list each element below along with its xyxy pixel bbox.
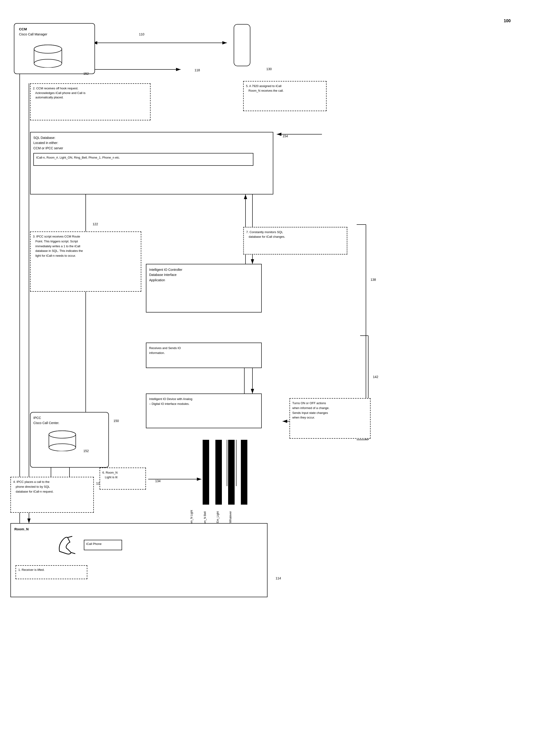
- svg-rect-37: [234, 24, 250, 66]
- ref-134: 134: [155, 479, 160, 483]
- ref-130: 130: [266, 67, 272, 71]
- note7-box: 7. Constantly monitors SQL database for …: [243, 227, 347, 255]
- io-controller-box: Intelligent IO Controller Database Inter…: [146, 264, 262, 313]
- io-info-box: Receives and Sends IO information.: [146, 343, 262, 368]
- turns-on-text: Turns ON or OFF actions when informed of…: [292, 401, 368, 420]
- ipcc-box: IPCC Cisco Call Center.: [30, 412, 109, 468]
- note5-text: 5. A 7920 assigned to iCall Room_N recei…: [246, 84, 324, 93]
- ipcc-text: IPCC Cisco Call Center.: [33, 415, 106, 426]
- note2-text: 2. CCM receives off hook request. Acknow…: [33, 86, 148, 100]
- io-info-text: Receives and Sends IO information.: [149, 346, 259, 355]
- phone-handset: [227, 23, 257, 69]
- ref-110: 110: [139, 32, 144, 36]
- vert-bar-3: [228, 440, 235, 505]
- svg-line-44: [68, 536, 72, 537]
- ref-154: 154: [283, 134, 288, 138]
- ref-138: 138: [371, 278, 376, 281]
- room-n-label: Room_N: [14, 527, 264, 531]
- vert-bar-2: [215, 440, 222, 505]
- ref-118: 118: [195, 68, 200, 72]
- note2-box: 2. CCM receives off hook request. Acknow…: [30, 83, 150, 120]
- note4-box: 4. IPCC places a call to the phone direc…: [10, 477, 94, 513]
- note6-text: 6. Room_N Light is lit: [102, 470, 143, 479]
- note6-box: 6. Room_N Light is lit: [99, 468, 146, 490]
- turns-on-box: Turns ON or OFF actions when informed of…: [290, 398, 371, 439]
- ref-152b: 152: [83, 449, 89, 453]
- ccm-title-line1: CCM: [19, 27, 27, 31]
- note7-text: 7. Constantly monitors SQL database for …: [246, 230, 344, 239]
- svg-line-45: [71, 553, 75, 554]
- note3-text: 3. IPCC script receives CCM Route Point.…: [33, 234, 139, 258]
- ref-122: 122: [93, 222, 98, 226]
- receiver-box: 1. Receiver is lifted.: [16, 565, 87, 579]
- vert-bar-1: [203, 440, 209, 505]
- sql-inner-text: ICall-n, Room_#, Light_ON, Ring_Bell, Ph…: [36, 156, 120, 159]
- sql-inner-box: ICall-n, Room_#, Light_ON, Ring_Bell, Ph…: [33, 153, 253, 166]
- icall-phone-label: iCall Phone: [84, 540, 122, 550]
- io-device-box: Intelligent IO Device with Analog – Digi…: [146, 393, 262, 428]
- note3-box: 3. IPCC script receives CCM Route Point.…: [30, 231, 141, 292]
- svg-point-36: [34, 45, 62, 53]
- ccm-title-line2: Cisco Call Manager: [19, 32, 47, 36]
- note4-text: 4. IPCC places a call to the phone direc…: [13, 480, 91, 494]
- ref-142: 142: [373, 375, 378, 379]
- ref-114: 114: [275, 576, 281, 580]
- vert-bar-4: [241, 440, 247, 505]
- sql-box: SQL Database: Located in either: CCM or …: [30, 132, 273, 194]
- svg-point-43: [49, 431, 76, 438]
- ref-150: 150: [114, 419, 119, 423]
- io-device-text: Intelligent IO Device with Analog – Digi…: [149, 397, 259, 407]
- room-n-box: Room_N iCall Phone 1. Receiver is lifted…: [10, 523, 267, 597]
- io-controller-text: Intelligent IO Controller Database Inter…: [149, 267, 259, 283]
- sql-title: SQL Database: Located in either: CCM or …: [33, 135, 270, 151]
- phone-icon: [57, 535, 78, 557]
- ref-100: 100: [504, 19, 511, 23]
- svg-point-42: [49, 444, 76, 451]
- note5-box: 5. A 7920 assigned to iCall Room_N recei…: [243, 81, 327, 111]
- ref-152a: 152: [83, 72, 89, 75]
- svg-point-35: [34, 59, 62, 68]
- ccm-box: CCM Cisco Call Manager: [14, 23, 95, 74]
